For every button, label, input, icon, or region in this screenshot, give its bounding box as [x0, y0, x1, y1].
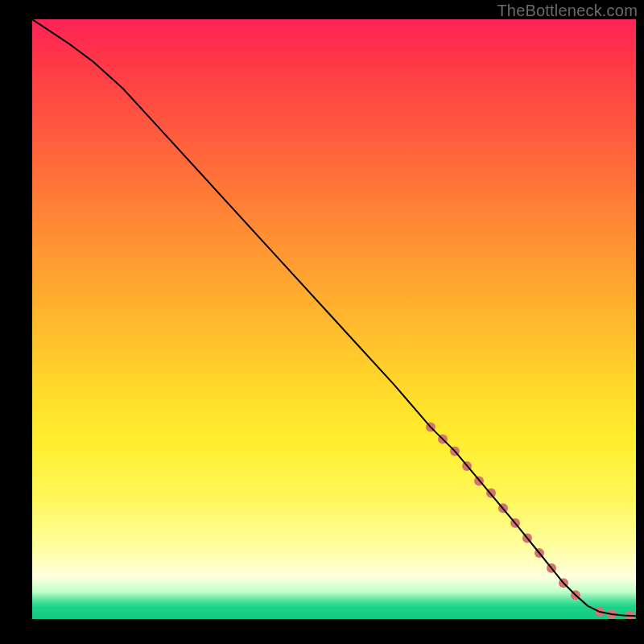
- plot-area: [32, 19, 636, 619]
- watermark-text: TheBottleneck.com: [497, 2, 638, 20]
- chart-frame: TheBottleneck.com: [0, 0, 644, 644]
- bottleneck-curve: [32, 19, 636, 616]
- curve-layer: [32, 19, 636, 619]
- highlight-dots-group: [426, 423, 635, 619]
